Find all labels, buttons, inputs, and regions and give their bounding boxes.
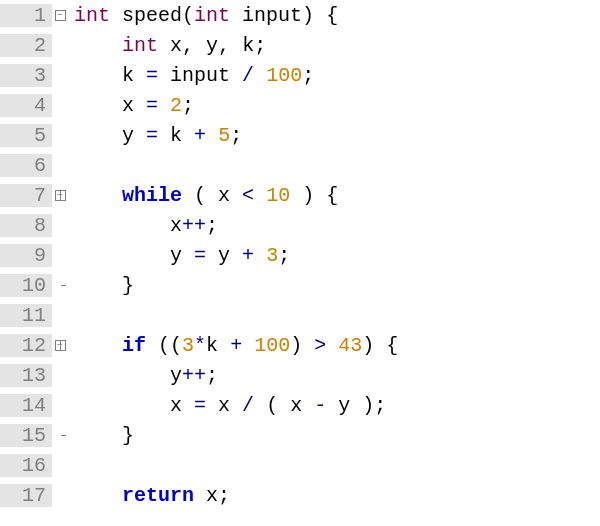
code-line[interactable]: 5 y = k + 5; [0, 120, 600, 150]
code-text[interactable]: return x; [72, 484, 230, 507]
line-number: 16 [0, 454, 52, 477]
code-line[interactable]: 6 [0, 150, 600, 180]
code-text[interactable]: k = input / 100; [72, 64, 314, 87]
code-line[interactable]: 2 int x, y, k; [0, 30, 600, 60]
code-line[interactable]: 1 − int speed(int input) { [0, 0, 600, 30]
line-number: 2 [0, 34, 52, 57]
code-text[interactable]: x++; [72, 214, 218, 237]
code-line[interactable]: 15 } [0, 420, 600, 450]
code-editor[interactable]: 1 − int speed(int input) { 2 int x, y, k… [0, 0, 600, 510]
line-number: 5 [0, 124, 52, 147]
line-number: 7 [0, 184, 52, 207]
code-line[interactable]: 13 y++; [0, 360, 600, 390]
code-text[interactable]: } [72, 274, 134, 297]
code-text[interactable]: y++; [72, 364, 218, 387]
line-number: 12 [0, 334, 52, 357]
line-number: 8 [0, 214, 52, 237]
code-line[interactable]: 4 x = 2; [0, 90, 600, 120]
code-line[interactable]: 14 x = x / ( x - y ); [0, 390, 600, 420]
code-line[interactable]: 8 x++; [0, 210, 600, 240]
line-number: 3 [0, 64, 52, 87]
code-line[interactable]: 10 } [0, 270, 600, 300]
code-text[interactable]: } [72, 424, 134, 447]
code-text[interactable]: y = k + 5; [72, 124, 242, 147]
line-number: 6 [0, 154, 52, 177]
code-line[interactable]: 9 y = y + 3; [0, 240, 600, 270]
code-text[interactable]: x = x / ( x - y ); [72, 394, 386, 417]
line-number: 14 [0, 394, 52, 417]
code-text[interactable]: int x, y, k; [72, 34, 266, 57]
code-line[interactable]: 12 − if ((3*k + 100) > 43) { [0, 330, 600, 360]
line-number: 1 [0, 4, 52, 27]
fold-toggle[interactable]: − [52, 340, 68, 351]
code-text[interactable]: while ( x < 10 ) { [72, 184, 338, 207]
code-text[interactable]: y = y + 3; [72, 244, 290, 267]
code-text[interactable]: x = 2; [72, 94, 194, 117]
line-number: 15 [0, 424, 52, 447]
code-line[interactable]: 3 k = input / 100; [0, 60, 600, 90]
line-number: 9 [0, 244, 52, 267]
fold-toggle[interactable]: − [52, 190, 68, 201]
code-line[interactable]: 17 return x; [0, 480, 600, 510]
minus-icon: − [55, 10, 66, 21]
line-number: 13 [0, 364, 52, 387]
line-number: 17 [0, 484, 52, 507]
code-text[interactable]: int speed(int input) { [72, 4, 338, 27]
code-line[interactable]: 11 [0, 300, 600, 330]
line-number: 11 [0, 304, 52, 327]
line-number: 10 [0, 274, 52, 297]
code-line[interactable]: 7 − while ( x < 10 ) { [0, 180, 600, 210]
code-line[interactable]: 16 [0, 450, 600, 480]
code-text[interactable]: if ((3*k + 100) > 43) { [72, 334, 398, 357]
line-number: 4 [0, 94, 52, 117]
fold-toggle[interactable]: − [52, 10, 68, 21]
